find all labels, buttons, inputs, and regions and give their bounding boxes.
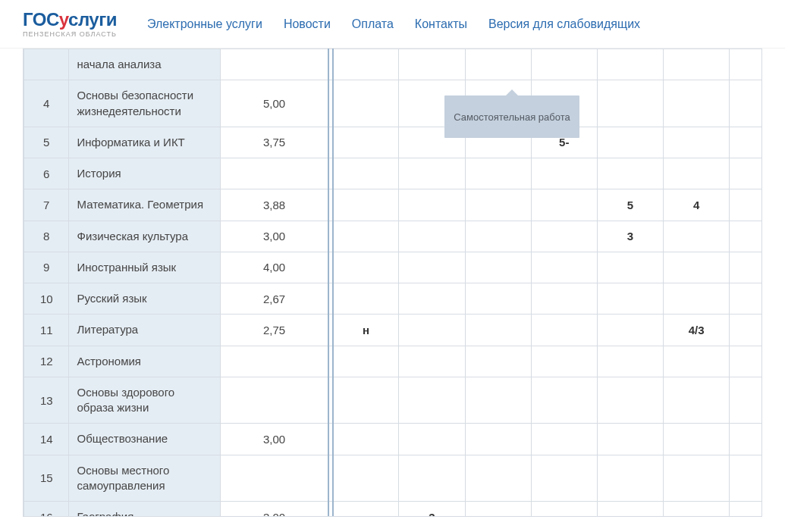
grade-cell[interactable] xyxy=(730,315,762,346)
grade-cell[interactable] xyxy=(597,80,663,127)
grade-cell[interactable] xyxy=(597,49,663,80)
grade-cell[interactable] xyxy=(465,455,531,502)
grade-cell[interactable] xyxy=(664,283,730,315)
grade-cell[interactable] xyxy=(465,424,531,455)
grade-cell[interactable] xyxy=(465,283,531,315)
grade-cell[interactable] xyxy=(730,221,762,252)
grade-cell[interactable] xyxy=(664,502,730,518)
grade-cell[interactable] xyxy=(465,377,531,424)
grade-cell[interactable] xyxy=(399,221,465,252)
grade-cell[interactable] xyxy=(399,315,465,346)
grade-cell[interactable] xyxy=(664,221,730,252)
grade-cell[interactable] xyxy=(597,346,663,377)
grade-cell[interactable] xyxy=(399,252,465,283)
grade-cell[interactable] xyxy=(531,424,597,455)
grade-cell[interactable]: 4/3 xyxy=(664,315,730,346)
nav-link-payment[interactable]: Оплата xyxy=(352,17,394,31)
grade-cell[interactable] xyxy=(399,377,465,424)
grade-cell[interactable] xyxy=(531,189,597,221)
grade-cell[interactable] xyxy=(664,252,730,283)
grade-cell[interactable] xyxy=(730,377,762,424)
grade-cell[interactable] xyxy=(597,424,663,455)
grade-cell[interactable] xyxy=(597,158,663,189)
grade-cell[interactable] xyxy=(597,502,663,518)
grade-cell[interactable] xyxy=(333,127,399,158)
grade-cell[interactable] xyxy=(597,252,663,283)
grade-cell[interactable] xyxy=(730,49,762,80)
nav-link-news[interactable]: Новости xyxy=(284,17,331,31)
grade-cell[interactable] xyxy=(333,221,399,252)
grade-cell[interactable] xyxy=(531,252,597,283)
grade-cell[interactable] xyxy=(730,80,762,127)
grade-cell[interactable] xyxy=(399,283,465,315)
grade-cell[interactable] xyxy=(664,424,730,455)
nav-link-contacts[interactable]: Контакты xyxy=(415,17,467,31)
grade-cell[interactable] xyxy=(465,49,531,80)
grade-cell[interactable] xyxy=(730,455,762,502)
grade-cell[interactable] xyxy=(664,49,730,80)
grade-cell[interactable]: 5 xyxy=(597,189,663,221)
grade-cell[interactable] xyxy=(333,346,399,377)
grade-cell[interactable] xyxy=(597,315,663,346)
grade-cell[interactable] xyxy=(399,158,465,189)
grade-cell[interactable]: 3 xyxy=(597,221,663,252)
grade-cell[interactable] xyxy=(399,424,465,455)
nav-link-eservices[interactable]: Электронные услуги xyxy=(147,17,262,31)
grade-cell[interactable] xyxy=(465,158,531,189)
grade-cell[interactable] xyxy=(531,502,597,518)
grade-cell[interactable] xyxy=(465,315,531,346)
grade-cell[interactable] xyxy=(531,455,597,502)
grade-cell[interactable] xyxy=(730,346,762,377)
grade-cell[interactable] xyxy=(333,377,399,424)
grade-cell[interactable] xyxy=(531,377,597,424)
grade-cell[interactable] xyxy=(465,189,531,221)
grade-cell[interactable] xyxy=(730,189,762,221)
grade-cell[interactable] xyxy=(531,221,597,252)
grade-cell[interactable] xyxy=(333,189,399,221)
grade-table-scroll[interactable]: начала анализа4Основы безопасности жизне… xyxy=(23,49,762,517)
grade-cell[interactable] xyxy=(531,49,597,80)
grade-cell[interactable] xyxy=(597,377,663,424)
grade-cell[interactable] xyxy=(333,455,399,502)
grade-cell[interactable] xyxy=(333,158,399,189)
grade-cell[interactable] xyxy=(399,346,465,377)
grade-cell[interactable] xyxy=(531,346,597,377)
grade-cell[interactable] xyxy=(465,252,531,283)
grade-cell[interactable] xyxy=(664,455,730,502)
grade-cell[interactable] xyxy=(333,80,399,127)
nav-link-accessibility[interactable]: Версия для слабовидящих xyxy=(488,17,640,31)
grade-cell[interactable] xyxy=(730,424,762,455)
grade-cell[interactable] xyxy=(730,283,762,315)
average-grade: 3,00 xyxy=(221,221,328,252)
grade-cell[interactable] xyxy=(399,49,465,80)
grade-cell[interactable] xyxy=(465,502,531,518)
grade-cell[interactable]: н xyxy=(333,315,399,346)
grade-cell[interactable] xyxy=(730,252,762,283)
grade-cell[interactable] xyxy=(465,221,531,252)
grade-cell[interactable] xyxy=(333,502,399,518)
grade-cell[interactable]: 3 xyxy=(399,502,465,518)
grade-cell[interactable] xyxy=(597,283,663,315)
logo[interactable]: ГОСуслуги ПЕНЗЕНСКАЯ ОБЛАСТЬ xyxy=(23,11,117,38)
grade-cell[interactable] xyxy=(399,455,465,502)
grade-cell[interactable] xyxy=(664,127,730,158)
grade-cell[interactable] xyxy=(730,127,762,158)
grade-cell[interactable] xyxy=(664,158,730,189)
grade-cell[interactable] xyxy=(531,315,597,346)
grade-cell[interactable] xyxy=(333,283,399,315)
grade-cell[interactable] xyxy=(664,377,730,424)
grade-cell[interactable] xyxy=(664,80,730,127)
grade-cell[interactable] xyxy=(399,189,465,221)
grade-cell[interactable]: 4 xyxy=(664,189,730,221)
grade-cell[interactable] xyxy=(597,127,663,158)
grade-cell[interactable] xyxy=(531,283,597,315)
grade-cell[interactable] xyxy=(333,252,399,283)
grade-cell[interactable] xyxy=(333,424,399,455)
grade-cell[interactable] xyxy=(333,49,399,80)
grade-cell[interactable] xyxy=(465,346,531,377)
grade-cell[interactable] xyxy=(730,502,762,518)
grade-cell[interactable] xyxy=(597,455,663,502)
grade-cell[interactable] xyxy=(730,158,762,189)
grade-cell[interactable] xyxy=(531,158,597,189)
grade-cell[interactable] xyxy=(664,346,730,377)
